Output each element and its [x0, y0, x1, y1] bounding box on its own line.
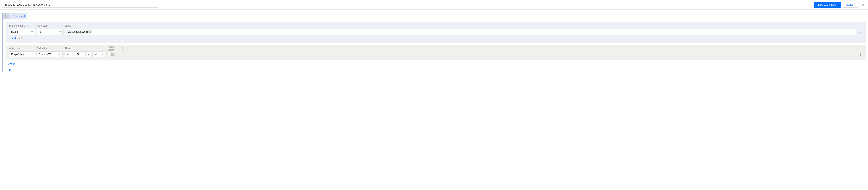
time-unit-select[interactable]: minutes [92, 52, 105, 57]
rule-name-input[interactable] [2, 2, 158, 8]
header-bar: Save and publish Cancel [0, 0, 868, 10]
info-icon: i [17, 47, 20, 50]
matching-type-label: Matching type i [9, 24, 35, 28]
host-tag: test.yongkeli.com [66, 30, 92, 34]
comment-button[interactable]: + Comment [9, 13, 27, 19]
operator-label: Operator [37, 24, 63, 28]
condition-row: Matching type i HOST Operator [6, 22, 866, 43]
add-action-button[interactable]: + Action [6, 63, 866, 66]
force-cache-label: Force cache i [107, 47, 124, 50]
behavior-label: Behavior [37, 47, 63, 50]
behavior-select[interactable]: Custom TTL [37, 52, 63, 57]
info-icon: i [26, 25, 29, 27]
cancel-button[interactable]: Cancel [843, 2, 858, 8]
time-value-input[interactable] [70, 52, 85, 57]
tag-remove-icon[interactable] [89, 30, 92, 33]
delete-action-icon[interactable] [859, 52, 863, 57]
chevron-down-icon [31, 31, 33, 32]
save-publish-button[interactable]: Save and publish [814, 2, 841, 8]
if-tab: IF [3, 13, 9, 19]
force-cache-toggle[interactable] [107, 53, 115, 56]
add-if-button[interactable]: + IF [6, 69, 866, 72]
chevron-down-icon [59, 31, 61, 32]
matching-type-select[interactable]: HOST [9, 29, 35, 35]
close-icon[interactable] [861, 2, 866, 7]
time-stepper[interactable]: − + [65, 52, 91, 57]
stepper-plus-button[interactable]: + [85, 52, 91, 57]
add-or-button[interactable]: + Or [19, 37, 24, 40]
value-input[interactable]: test.yongkeli.com [65, 29, 857, 35]
time-label: Time [65, 47, 105, 50]
chevron-down-icon [102, 54, 103, 55]
chevron-down-icon [31, 54, 33, 55]
stepper-minus-button[interactable]: − [65, 52, 70, 57]
action-row: Action i EdgeOne Node Cache … Behavior [6, 44, 866, 60]
info-icon: i [122, 47, 124, 50]
add-and-button[interactable]: + And [9, 37, 16, 40]
delete-condition-icon[interactable] [859, 29, 863, 35]
rule-block: IF + Comment Matching type i HOST [2, 13, 866, 72]
action-label: Action i [9, 47, 35, 50]
value-label: Value [65, 24, 857, 28]
operator-select[interactable]: Is [37, 29, 63, 35]
chevron-down-icon [59, 54, 61, 55]
action-select[interactable]: EdgeOne Node Cache … [9, 52, 35, 57]
